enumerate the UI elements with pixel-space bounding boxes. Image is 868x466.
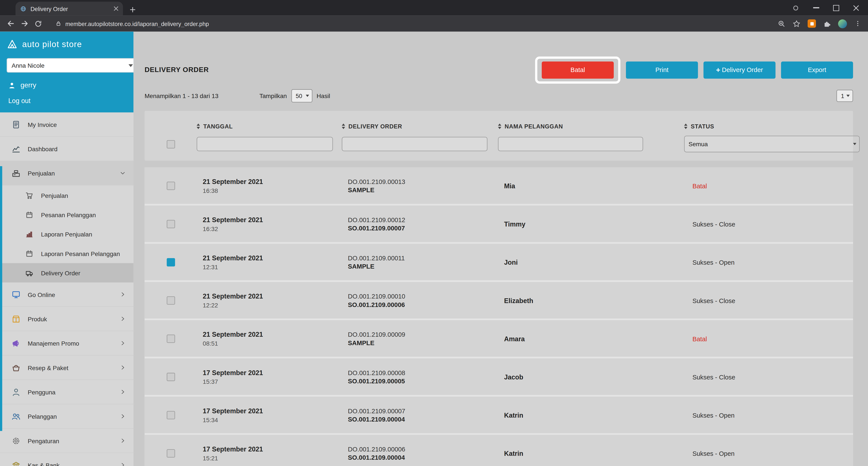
row-do-reference: SO.001.2109.00006: [348, 301, 498, 308]
minimize-button[interactable]: [813, 7, 819, 8]
browser-tab[interactable]: Delivery Order: [16, 2, 123, 15]
print-button[interactable]: Print: [626, 61, 698, 78]
sidebar-item-delivery-order[interactable]: Delivery Order: [0, 263, 133, 282]
row-status: Sukses - Close: [692, 374, 735, 380]
profile-avatar[interactable]: [838, 19, 847, 28]
back-icon[interactable]: [7, 19, 15, 28]
sidebar-item-laporan-pesanan-pelanggan[interactable]: Laporan Pesanan Pelanggan: [0, 244, 133, 263]
record-icon[interactable]: [792, 4, 799, 11]
sidebar-item-pengaturan[interactable]: Pengaturan: [0, 429, 133, 453]
table-row[interactable]: 17 September 202115:21DO.001.2109.00006S…: [145, 435, 853, 466]
new-tab-button[interactable]: [129, 7, 135, 13]
sidebar-item-label: Pengaturan: [28, 437, 120, 444]
table-row[interactable]: 21 September 202112:31DO.001.2109.00011S…: [145, 244, 853, 280]
sidebar-item-produk[interactable]: Produk: [0, 307, 133, 331]
row-time: 12:22: [203, 302, 342, 308]
status-filter-value: Semua: [689, 141, 708, 148]
sidebar-item-label: Laporan Penjualan: [41, 230, 126, 237]
bookmark-star-icon[interactable]: [793, 20, 801, 28]
tab-strip: Delivery Order: [0, 0, 868, 15]
sidebar-item-label: Pengguna: [28, 389, 120, 395]
sidebar-item-label: Go Online: [28, 291, 120, 298]
url-text: member.autopilotstore.co.id/laporan_deli…: [65, 20, 209, 27]
row-time: 15:34: [203, 416, 342, 423]
delivery-order-filter-input[interactable]: [342, 137, 488, 151]
batal-button[interactable]: Batal: [542, 61, 614, 78]
select-all-checkbox[interactable]: [166, 140, 175, 148]
dashboard-icon: [11, 144, 21, 153]
address-bar[interactable]: member.autopilotstore.co.id/laporan_deli…: [48, 20, 772, 27]
row-date: 17 September 2021: [203, 369, 342, 376]
row-date: 17 September 2021: [203, 445, 342, 453]
extensions-puzzle-icon[interactable]: [823, 20, 831, 28]
row-checkbox[interactable]: [166, 181, 175, 190]
table-row[interactable]: 21 September 202116:32DO.001.2109.00012S…: [145, 206, 853, 242]
extension-icon[interactable]: [808, 19, 816, 28]
row-status: Sukses - Close: [692, 221, 735, 228]
page-size-select[interactable]: 50: [291, 89, 312, 102]
row-checkbox[interactable]: [166, 334, 175, 343]
reload-icon[interactable]: [34, 20, 42, 28]
table-row[interactable]: 21 September 202116:38DO.001.2109.00013S…: [145, 167, 853, 204]
sidebar-item-resep-paket[interactable]: Resep & Paket: [0, 355, 133, 380]
table-row[interactable]: 21 September 202108:51DO.001.2109.00009S…: [145, 320, 853, 357]
sidebar-item-pesanan-pelanggan[interactable]: Pesanan Pelanggan: [0, 205, 133, 224]
chevron-right-icon: [120, 340, 126, 346]
row-customer: Mia: [504, 182, 515, 190]
tab-title: Delivery Order: [30, 5, 110, 12]
tanggal-filter-input[interactable]: [196, 137, 333, 151]
chevron-right-icon: [120, 462, 126, 466]
sales-icon: [11, 168, 21, 178]
tab-close-icon[interactable]: [114, 6, 119, 11]
row-checkbox[interactable]: [166, 411, 175, 419]
sidebar-item-penjualan[interactable]: Penjualan: [0, 161, 133, 185]
page-number-select[interactable]: 1: [837, 90, 853, 102]
table-row[interactable]: 17 September 202115:34DO.001.2109.00007S…: [145, 397, 853, 433]
sidebar-item-kas-bank[interactable]: Kas & Bank: [0, 453, 133, 466]
row-do-number: DO.001.2109.00010: [348, 293, 498, 300]
brand-name: auto pilot store: [22, 39, 82, 49]
sidebar-item-laporan-penjualan[interactable]: Laporan Penjualan: [0, 224, 133, 244]
menu-dots-icon[interactable]: [854, 20, 861, 27]
browser-window: Delivery Order: [0, 0, 868, 466]
sidebar-item-pelanggan[interactable]: Pelanggan: [0, 404, 133, 429]
row-checkbox[interactable]: [166, 258, 175, 266]
logout-link[interactable]: Log out: [7, 97, 127, 105]
window-controls: [792, 0, 859, 15]
table-row[interactable]: 21 September 202112:22DO.001.2109.00010S…: [145, 282, 853, 319]
row-checkbox[interactable]: [166, 449, 175, 457]
row-status: Sukses - Open: [692, 451, 735, 457]
maximize-button[interactable]: [833, 5, 839, 11]
row-date: 21 September 2021: [203, 254, 342, 262]
column-header-status[interactable]: STATUS: [684, 123, 853, 130]
column-header-delivery-order[interactable]: DELIVERY ORDER: [342, 123, 498, 130]
sidebar-item-manajemen-promo[interactable]: Manajemen Promo: [0, 331, 133, 355]
sidebar-scroll-accent: [0, 166, 2, 431]
status-filter-select[interactable]: Semua: [684, 136, 860, 153]
row-customer: Jacob: [504, 373, 524, 381]
profile-select[interactable]: Anna Nicole: [7, 58, 134, 72]
sidebar-item-my-invoice[interactable]: My Invoice: [0, 113, 133, 137]
sidebar-item-penjualan[interactable]: Penjualan: [0, 185, 133, 205]
sidebar-item-go-online[interactable]: Go Online: [0, 282, 133, 307]
product-icon: [11, 314, 21, 323]
sidebar-item-pengguna[interactable]: Pengguna: [0, 380, 133, 404]
row-checkbox[interactable]: [166, 372, 175, 381]
add-delivery-order-button[interactable]: + Delivery Order: [704, 61, 776, 78]
sidebar-item-label: Pelanggan: [28, 413, 120, 420]
row-do-number: DO.001.2109.00009: [348, 331, 498, 338]
row-checkbox[interactable]: [166, 220, 175, 228]
sort-icon: [684, 123, 687, 129]
column-header-nama-pelanggan[interactable]: NAMA PELANGGAN: [498, 123, 684, 130]
row-checkbox[interactable]: [166, 296, 175, 304]
export-button[interactable]: Export: [781, 61, 853, 78]
zoom-icon[interactable]: [778, 20, 785, 28]
forward-icon[interactable]: [21, 19, 29, 28]
table-row[interactable]: 17 September 202115:37DO.001.2109.00008S…: [145, 359, 853, 395]
close-button[interactable]: [853, 5, 859, 11]
nama-pelanggan-filter-input[interactable]: [498, 137, 643, 151]
chevron-right-icon: [120, 365, 126, 371]
sidebar-item-dashboard[interactable]: Dashboard: [0, 137, 133, 161]
row-customer: Amara: [504, 335, 525, 343]
column-header-tanggal[interactable]: TANGGAL: [196, 123, 342, 130]
